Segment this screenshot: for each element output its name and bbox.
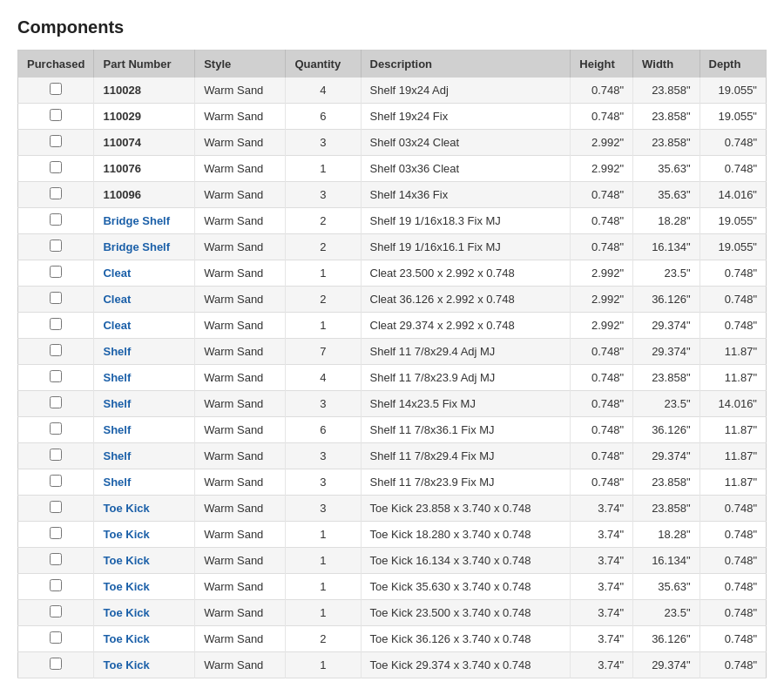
depth-cell: 11.87" xyxy=(700,339,766,365)
part-number-link[interactable]: Toe Kick xyxy=(103,632,149,645)
part-number-cell[interactable]: Toe Kick xyxy=(94,626,195,652)
part-number-cell[interactable]: Toe Kick xyxy=(94,652,195,678)
height-cell: 0.748" xyxy=(571,339,633,365)
height-cell: 0.748" xyxy=(571,78,633,104)
depth-cell: 0.748" xyxy=(700,130,766,156)
part-number-link[interactable]: Toe Kick xyxy=(103,528,149,541)
purchased-checkbox[interactable] xyxy=(50,240,62,252)
part-number-cell[interactable]: Shelf xyxy=(94,469,195,496)
purchased-checkbox[interactable] xyxy=(50,135,62,147)
table-row: CleatWarm Sand2Cleat 36.126 x 2.992 x 0.… xyxy=(18,287,767,313)
part-number-link[interactable]: Toe Kick xyxy=(103,606,149,619)
width-cell: 23.858" xyxy=(633,78,700,104)
purchased-checkbox[interactable] xyxy=(50,579,62,591)
part-number-link[interactable]: Shelf xyxy=(103,423,131,436)
part-number-cell[interactable]: Shelf xyxy=(94,391,195,417)
part-number-cell[interactable]: Toe Kick xyxy=(94,522,195,548)
purchased-checkbox[interactable] xyxy=(50,318,62,330)
purchased-checkbox[interactable] xyxy=(50,501,62,513)
quantity-cell: 2 xyxy=(286,234,361,260)
part-number-cell[interactable]: Toe Kick xyxy=(94,574,195,600)
part-number-cell[interactable]: Shelf xyxy=(94,443,195,469)
part-number-link[interactable]: Bridge Shelf xyxy=(103,240,170,253)
part-number-link[interactable]: Toe Kick xyxy=(103,554,149,567)
purchased-checkbox[interactable] xyxy=(50,396,62,408)
purchased-checkbox[interactable] xyxy=(50,370,62,382)
quantity-cell: 1 xyxy=(286,260,361,287)
part-number-link[interactable]: Shelf xyxy=(103,397,131,410)
quantity-cell: 2 xyxy=(286,626,361,652)
purchased-checkbox[interactable] xyxy=(50,449,62,461)
purchased-checkbox[interactable] xyxy=(50,266,62,278)
description-cell: Shelf 11 7/8x23.9 Fix MJ xyxy=(361,469,571,496)
part-number-link[interactable]: Shelf xyxy=(103,371,131,384)
width-cell: 16.134" xyxy=(633,548,700,574)
table-row: Toe KickWarm Sand1Toe Kick 29.374 x 3.74… xyxy=(18,652,767,678)
purchased-checkbox[interactable] xyxy=(50,422,62,435)
purchased-checkbox[interactable] xyxy=(50,292,62,304)
depth-cell: 11.87" xyxy=(700,365,766,391)
width-cell: 23.5" xyxy=(633,391,700,417)
purchased-checkbox[interactable] xyxy=(50,605,62,617)
purchased-checkbox[interactable] xyxy=(50,213,62,226)
purchased-checkbox[interactable] xyxy=(50,527,62,539)
quantity-cell: 4 xyxy=(286,365,361,391)
purchased-checkbox[interactable] xyxy=(50,109,62,121)
table-row: 110076Warm Sand1Shelf 03x36 Cleat2.992"3… xyxy=(18,156,767,182)
part-number-cell[interactable]: Toe Kick xyxy=(94,496,195,522)
part-number-cell[interactable]: Bridge Shelf xyxy=(94,234,195,260)
width-cell: 18.28" xyxy=(633,522,700,548)
part-number-cell[interactable]: Toe Kick xyxy=(94,548,195,574)
part-number-cell[interactable]: Cleat xyxy=(94,313,195,339)
table-row: ShelfWarm Sand4Shelf 11 7/8x23.9 Adj MJ0… xyxy=(18,365,767,391)
purchased-checkbox[interactable] xyxy=(50,83,62,95)
quantity-cell: 3 xyxy=(286,496,361,522)
depth-cell: 11.87" xyxy=(700,443,766,469)
part-number-cell[interactable]: Shelf xyxy=(94,339,195,365)
style-cell: Warm Sand xyxy=(195,417,286,443)
part-number-cell[interactable]: Cleat xyxy=(94,287,195,313)
style-cell: Warm Sand xyxy=(195,522,286,548)
part-number-link[interactable]: Bridge Shelf xyxy=(103,214,170,227)
purchased-checkbox[interactable] xyxy=(50,658,62,670)
part-number-link[interactable]: Toe Kick xyxy=(103,502,149,515)
style-cell: Warm Sand xyxy=(195,156,286,182)
part-number-link[interactable]: Cleat xyxy=(103,319,131,332)
purchased-checkbox[interactable] xyxy=(50,631,62,644)
part-number-link[interactable]: Cleat xyxy=(103,293,131,306)
height-cell: 0.748" xyxy=(571,365,633,391)
purchased-checkbox[interactable] xyxy=(50,187,62,199)
height-cell: 0.748" xyxy=(571,182,633,208)
purchased-checkbox[interactable] xyxy=(50,161,62,173)
part-number-cell[interactable]: Cleat xyxy=(94,260,195,287)
part-number-link[interactable]: Shelf xyxy=(103,476,131,489)
part-number-cell[interactable]: Shelf xyxy=(94,365,195,391)
part-number-cell[interactable]: Shelf xyxy=(94,417,195,443)
part-number-cell[interactable]: Bridge Shelf xyxy=(94,208,195,234)
part-number-link[interactable]: Toe Kick xyxy=(103,580,149,593)
style-cell: Warm Sand xyxy=(195,104,286,130)
depth-cell: 0.748" xyxy=(700,522,766,548)
purchased-checkbox[interactable] xyxy=(50,475,62,487)
width-cell: 36.126" xyxy=(633,287,700,313)
part-number-link[interactable]: Toe Kick xyxy=(103,658,149,671)
width-cell: 29.374" xyxy=(633,339,700,365)
description-cell: Toe Kick 18.280 x 3.740 x 0.748 xyxy=(361,522,571,548)
part-number-cell: 110096 xyxy=(94,182,195,208)
style-cell: Warm Sand xyxy=(195,339,286,365)
height-cell: 0.748" xyxy=(571,391,633,417)
part-number-link[interactable]: Shelf xyxy=(103,345,131,358)
part-number-cell[interactable]: Toe Kick xyxy=(94,600,195,626)
quantity-cell: 7 xyxy=(286,339,361,365)
purchased-checkbox[interactable] xyxy=(50,344,62,356)
table-row: CleatWarm Sand1Cleat 29.374 x 2.992 x 0.… xyxy=(18,313,767,339)
part-number-text: 110074 xyxy=(103,136,140,149)
table-row: ShelfWarm Sand3Shelf 11 7/8x23.9 Fix MJ0… xyxy=(18,469,767,496)
part-number-link[interactable]: Cleat xyxy=(103,267,131,280)
style-cell: Warm Sand xyxy=(195,469,286,496)
depth-cell: 11.87" xyxy=(700,469,766,496)
part-number-text: 110029 xyxy=(103,110,140,123)
purchased-checkbox[interactable] xyxy=(50,553,62,565)
style-cell: Warm Sand xyxy=(195,260,286,287)
part-number-link[interactable]: Shelf xyxy=(103,449,131,462)
